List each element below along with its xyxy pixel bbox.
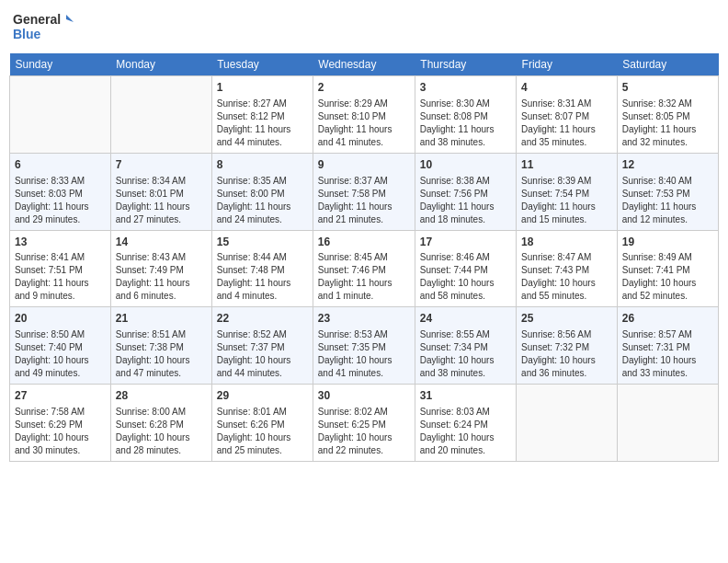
day-number: 13 [15, 235, 106, 250]
calendar-cell: 24Sunrise: 8:55 AMSunset: 7:34 PMDayligh… [415, 307, 516, 385]
day-number: 4 [521, 80, 612, 96]
calendar-cell: 30Sunrise: 8:02 AMSunset: 6:25 PMDayligh… [313, 385, 415, 462]
cell-info-line: Daylight: 11 hours and 1 minute. [318, 277, 410, 303]
cell-info-line: Sunset: 7:41 PM [622, 264, 713, 277]
calendar-cell [10, 76, 111, 154]
calendar-cell: 25Sunrise: 8:56 AMSunset: 7:32 PMDayligh… [517, 307, 618, 385]
calendar-cell: 26Sunrise: 8:57 AMSunset: 7:31 PMDayligh… [617, 307, 718, 385]
svg-text:Blue: Blue [13, 27, 41, 41]
cell-info-line: Daylight: 10 hours and 28 minutes. [116, 431, 207, 457]
cell-info-line: Sunrise: 8:52 AM [217, 328, 308, 341]
cell-info-line: Daylight: 11 hours and 21 minutes. [318, 201, 410, 226]
calendar-week-5: 27Sunrise: 7:58 AMSunset: 6:29 PMDayligh… [10, 385, 719, 462]
cell-info-line: Sunrise: 7:58 AM [15, 406, 106, 419]
calendar-cell: 4Sunrise: 8:31 AMSunset: 8:07 PMDaylight… [517, 76, 618, 154]
cell-info-line: Daylight: 11 hours and 12 minutes. [622, 201, 713, 226]
calendar-cell: 31Sunrise: 8:03 AMSunset: 6:24 PMDayligh… [415, 385, 516, 462]
logo: General Blue [13, 9, 77, 46]
weekday-friday: Friday [517, 53, 618, 76]
cell-info-line: Daylight: 11 hours and 15 minutes. [521, 201, 612, 226]
cell-info-line: Sunrise: 8:33 AM [15, 175, 106, 188]
cell-info-line: Sunset: 7:44 PM [420, 264, 511, 277]
cell-info-line: Sunset: 8:07 PM [521, 110, 612, 123]
cell-info-line: Daylight: 11 hours and 41 minutes. [318, 123, 410, 149]
calendar-week-3: 13Sunrise: 8:41 AMSunset: 7:51 PMDayligh… [10, 230, 719, 307]
calendar-cell: 1Sunrise: 8:27 AMSunset: 8:12 PMDaylight… [211, 76, 313, 154]
calendar-cell: 23Sunrise: 8:53 AMSunset: 7:35 PMDayligh… [313, 307, 415, 385]
cell-info-line: Sunrise: 8:53 AM [318, 328, 410, 341]
cell-info-line: Daylight: 10 hours and 49 minutes. [15, 354, 106, 380]
day-number: 2 [318, 80, 410, 96]
cell-info-line: Sunrise: 8:30 AM [420, 98, 511, 110]
cell-info-line: Sunrise: 8:49 AM [622, 251, 713, 264]
weekday-saturday: Saturday [617, 53, 718, 76]
cell-info-line: Sunset: 7:58 PM [318, 188, 410, 201]
cell-info-line: Sunset: 7:53 PM [622, 188, 713, 201]
calendar-cell: 22Sunrise: 8:52 AMSunset: 7:37 PMDayligh… [211, 307, 313, 385]
cell-info-line: Sunrise: 8:55 AM [420, 328, 511, 341]
cell-info-line: Sunrise: 8:31 AM [521, 98, 612, 110]
page-header: General Blue [9, 9, 719, 46]
cell-info-line: Sunset: 7:51 PM [15, 264, 106, 277]
cell-info-line: Sunset: 6:29 PM [15, 419, 106, 431]
cell-info-line: Sunset: 7:32 PM [521, 341, 612, 354]
cell-info-line: Sunset: 8:03 PM [15, 188, 106, 201]
cell-info-line: Daylight: 10 hours and 52 minutes. [622, 277, 713, 303]
cell-info-line: Sunrise: 8:41 AM [15, 251, 106, 264]
cell-info-line: Sunrise: 8:51 AM [116, 328, 207, 341]
logo-svg: General Blue [13, 9, 77, 46]
cell-info-line: Sunrise: 8:00 AM [116, 406, 207, 419]
calendar-cell: 7Sunrise: 8:34 AMSunset: 8:01 PMDaylight… [110, 153, 211, 230]
cell-info-line: Daylight: 10 hours and 25 minutes. [217, 431, 308, 457]
day-number: 29 [217, 388, 308, 404]
weekday-monday: Monday [110, 53, 211, 76]
calendar-cell: 8Sunrise: 8:35 AMSunset: 8:00 PMDaylight… [211, 153, 313, 230]
cell-info-line: Sunset: 7:34 PM [420, 341, 511, 354]
calendar-cell [617, 385, 718, 462]
cell-info-line: Daylight: 10 hours and 38 minutes. [420, 354, 511, 380]
calendar-body: 1Sunrise: 8:27 AMSunset: 8:12 PMDaylight… [10, 76, 719, 462]
cell-info-line: Daylight: 11 hours and 32 minutes. [622, 123, 713, 149]
cell-info-line: Sunset: 7:40 PM [15, 341, 106, 354]
cell-info-line: Sunrise: 8:57 AM [622, 328, 713, 341]
calendar-cell: 28Sunrise: 8:00 AMSunset: 6:28 PMDayligh… [110, 385, 211, 462]
svg-marker-2 [66, 15, 74, 22]
cell-info-line: Daylight: 11 hours and 29 minutes. [15, 201, 106, 226]
calendar-cell: 21Sunrise: 8:51 AMSunset: 7:38 PMDayligh… [110, 307, 211, 385]
cell-info-line: Daylight: 10 hours and 36 minutes. [521, 354, 612, 380]
cell-info-line: Sunrise: 8:40 AM [622, 175, 713, 188]
cell-info-line: Sunset: 7:35 PM [318, 341, 410, 354]
cell-info-line: Sunset: 7:48 PM [217, 264, 308, 277]
calendar-cell: 12Sunrise: 8:40 AMSunset: 7:53 PMDayligh… [617, 153, 718, 230]
cell-info-line: Sunset: 8:10 PM [318, 110, 410, 123]
day-number: 3 [420, 80, 511, 96]
day-number: 23 [318, 311, 410, 327]
cell-info-line: Daylight: 11 hours and 18 minutes. [420, 201, 511, 226]
calendar-cell: 14Sunrise: 8:43 AMSunset: 7:49 PMDayligh… [110, 230, 211, 307]
cell-info-line: Daylight: 11 hours and 9 minutes. [15, 277, 106, 303]
cell-info-line: Sunset: 6:25 PM [318, 419, 410, 431]
weekday-row: SundayMondayTuesdayWednesdayThursdayFrid… [10, 53, 719, 76]
calendar-week-2: 6Sunrise: 8:33 AMSunset: 8:03 PMDaylight… [10, 153, 719, 230]
day-number: 24 [420, 311, 511, 327]
day-number: 25 [521, 311, 612, 327]
weekday-wednesday: Wednesday [313, 53, 415, 76]
day-number: 30 [318, 388, 410, 404]
calendar-cell [517, 385, 618, 462]
cell-info-line: Sunrise: 8:02 AM [318, 406, 410, 419]
cell-info-line: Daylight: 11 hours and 38 minutes. [420, 123, 511, 149]
cell-info-line: Sunset: 8:00 PM [217, 188, 308, 201]
cell-info-line: Sunrise: 8:35 AM [217, 175, 308, 188]
day-number: 31 [420, 388, 511, 404]
cell-info-line: Sunrise: 8:27 AM [217, 98, 308, 110]
cell-info-line: Sunrise: 8:45 AM [318, 251, 410, 264]
calendar-cell: 9Sunrise: 8:37 AMSunset: 7:58 PMDaylight… [313, 153, 415, 230]
day-number: 26 [622, 311, 713, 327]
day-number: 22 [217, 311, 308, 327]
calendar-cell: 5Sunrise: 8:32 AMSunset: 8:05 PMDaylight… [617, 76, 718, 154]
cell-info-line: Daylight: 10 hours and 22 minutes. [318, 431, 410, 457]
day-number: 16 [318, 235, 410, 250]
cell-info-line: Daylight: 10 hours and 58 minutes. [420, 277, 511, 303]
cell-info-line: Daylight: 10 hours and 30 minutes. [15, 431, 106, 457]
cell-info-line: Sunrise: 8:43 AM [116, 251, 207, 264]
